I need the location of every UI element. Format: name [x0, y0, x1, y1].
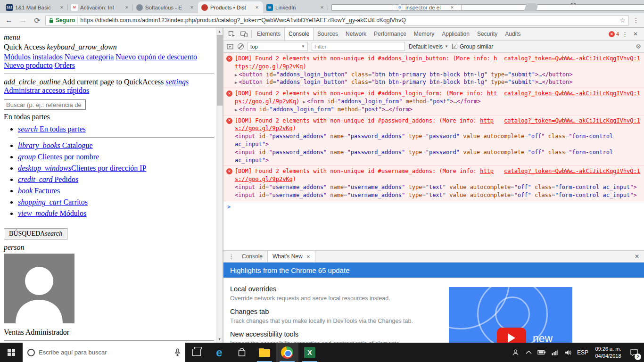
new-tab-button[interactable]	[524, 3, 539, 11]
message-source-link[interactable]: catalog?_token=QwbWw…-akCiJiLcKqgIVhvQ:1	[504, 90, 640, 98]
device-toolbar-icon[interactable]	[238, 28, 250, 40]
menu-icon[interactable]: menu	[4, 33, 20, 41]
taskbar-excel[interactable]: X	[298, 343, 321, 362]
taskbar-chrome[interactable]	[276, 343, 298, 362]
devtools-tab-elements[interactable]: Elements	[253, 28, 284, 40]
element-preview[interactable]: ▶<form id="addons_login_form" method="po…	[303, 98, 481, 105]
start-button[interactable]	[0, 343, 23, 362]
more-info-link[interactable]: https://goo.gl/9p2vKq	[235, 117, 494, 132]
more-info-link[interactable]: https://goo.gl/9p2vKq	[235, 168, 494, 182]
taskbar-store[interactable]	[231, 343, 253, 362]
devtools-tab-security[interactable]: Security	[473, 28, 501, 40]
drawer-close-icon[interactable]: ✕	[632, 253, 642, 260]
nav-link[interactable]: desktop_windowsClientes por dirección IP	[18, 164, 146, 172]
quick-link[interactable]: Módulos instalados	[4, 53, 63, 61]
message-source-link[interactable]: catalog?_token=QwbWw…-akCiJiLcKqgIVhvQ:1	[504, 167, 640, 175]
console-settings-gear-icon[interactable]: ⚙	[636, 43, 641, 50]
expand-triangle-icon[interactable]: ▶	[235, 80, 237, 85]
tab-close-icon[interactable]: ✕	[449, 5, 455, 10]
youtube-play-button[interactable]	[497, 328, 526, 343]
quick-access-label[interactable]: Quick Access	[4, 43, 45, 51]
forward-icon[interactable]: →	[17, 14, 29, 26]
devtools-tab-performance[interactable]: Performance	[370, 28, 410, 40]
omnibox[interactable]: Seguro https://disdelib.com.mx/admin123/…	[45, 15, 629, 26]
action-center-button[interactable]: 2	[626, 343, 642, 362]
browser-tab[interactable]: inLinkedIn✕	[263, 1, 328, 13]
browser-tab[interactable]: MActivación: Inf✕	[68, 1, 133, 13]
whats-new-video-thumbnail[interactable]: new	[449, 287, 572, 343]
devtools-tab-application[interactable]: Application	[438, 28, 473, 40]
console-prompt[interactable]: >	[223, 201, 644, 213]
element-preview[interactable]: ▶<form id="addons_login_form" method="po…	[235, 106, 640, 114]
expand-triangle-icon[interactable]: ▶	[235, 107, 237, 112]
console-sidebar-icon[interactable]	[226, 43, 234, 50]
browser-tab[interactable]: Ginspector de el✕	[393, 1, 458, 13]
scroll-up-icon[interactable]: ▲	[216, 28, 223, 35]
devtools-menu-icon[interactable]: ⋮	[622, 31, 628, 38]
clear-console-icon[interactable]	[238, 43, 244, 49]
more-info-link[interactable]: https://goo.gl/9p2vKq	[235, 55, 497, 70]
expand-triangle-icon[interactable]: ▶	[235, 73, 237, 77]
message-source-link[interactable]: catalog?_token=QwbWw…-akCiJiLcKqgIVhvQ:1	[504, 117, 640, 125]
browser-tab[interactable]: Products • Dist✕	[198, 1, 263, 13]
quick-link[interactable]: Nueva categoría	[65, 53, 114, 61]
back-icon[interactable]: ←	[3, 14, 15, 26]
quick-link[interactable]: Nuevo producto	[4, 61, 53, 69]
drawer-menu-icon[interactable]: ⋮	[228, 253, 234, 260]
drawer-tab-close-icon[interactable]: ✕	[306, 254, 310, 259]
bookmark-star-icon[interactable]: ☆	[619, 16, 626, 24]
taskbar-edge[interactable]: e	[208, 343, 231, 362]
devtools-tab-audits[interactable]: Audits	[501, 28, 524, 40]
settings-icon-link[interactable]: settings	[165, 78, 189, 86]
error-count-badge[interactable]: ✕4	[609, 31, 619, 37]
nav-link[interactable]: search En todas partes	[18, 125, 86, 133]
section-title[interactable]: New accessibility tools	[230, 330, 637, 338]
devtools-tab-sources[interactable]: Sources	[314, 28, 342, 40]
microphone-icon[interactable]	[174, 348, 181, 356]
secure-chip[interactable]: Seguro	[49, 17, 75, 24]
scrollbar-thumb[interactable]	[217, 35, 223, 106]
browser-menu-icon[interactable]: ⋮	[631, 16, 641, 24]
language-indicator[interactable]: ESP	[575, 349, 590, 356]
tab-close-icon[interactable]: ✕	[189, 5, 195, 10]
devtools-close-icon[interactable]: ✕	[631, 31, 640, 37]
manage-quickaccess-link[interactable]: Administrar accesos rápidos	[4, 86, 89, 94]
tab-close-icon[interactable]: ✕	[319, 5, 325, 10]
browser-tab[interactable]: Softaculous - E✕	[133, 1, 198, 13]
battery-icon[interactable]	[536, 343, 548, 362]
task-view-button[interactable]	[185, 343, 208, 362]
message-source-link[interactable]: catalog?_token=QwbWw…-akCiJiLcKqgIVhvQ:1	[504, 55, 640, 63]
quick-link[interactable]: Nuevo cupón de descuento	[116, 53, 197, 61]
chevron-down-icon[interactable]: keyboard_arrow_down	[47, 43, 117, 51]
devtools-tab-console[interactable]: Console	[284, 28, 314, 40]
nav-link[interactable]: library_books Catalogue	[18, 141, 93, 149]
element-preview[interactable]: ▶<button id="addons_login_button" class=…	[235, 71, 640, 79]
refresh-icon[interactable]: ⟳	[31, 14, 43, 26]
devtools-tab-memory[interactable]: Memory	[410, 28, 438, 40]
tray-expand-chevron-icon[interactable]	[522, 343, 535, 362]
browser-tab[interactable]: Error en back o✕	[328, 1, 393, 13]
nav-link[interactable]: credit_card Pedidos	[18, 175, 78, 183]
browser-tab[interactable]: 1&11&1 Mail Basic✕	[3, 1, 68, 13]
scroll-down-icon[interactable]: ▼	[216, 336, 223, 343]
log-levels-select[interactable]: Default levels▼	[409, 43, 448, 50]
section-title[interactable]: Local overrides	[230, 285, 637, 293]
element-preview[interactable]: <input id="password_addons" name="passwo…	[235, 148, 640, 165]
expand-triangle-icon[interactable]: ▶	[303, 99, 305, 104]
taskbar-search[interactable]: Escribe aquí para buscar	[23, 343, 185, 362]
devtools-tab-network[interactable]: Network	[342, 28, 370, 40]
people-icon[interactable]	[509, 343, 521, 362]
tab-close-icon[interactable]: ✕	[59, 5, 65, 10]
drawer-tab-whats-new[interactable]: What's New✕	[267, 251, 315, 262]
element-preview[interactable]: <input id="username_addons" name="userna…	[235, 183, 640, 191]
speaker-icon[interactable]	[562, 343, 574, 362]
section-title[interactable]: Changes tab	[230, 308, 637, 315]
taskbar-file-explorer[interactable]	[253, 343, 276, 362]
nav-link[interactable]: group Clientes por nombre	[18, 153, 99, 161]
tab-close-icon[interactable]: ✕	[124, 5, 130, 10]
taskbar-clock[interactable]: 09:26 a. m. 04/04/2018	[591, 346, 625, 360]
console-filter-input[interactable]	[312, 42, 405, 51]
page-search-input[interactable]	[4, 99, 86, 110]
browser-tab[interactable]: Nueva pestaña✕	[458, 1, 523, 13]
search-submit-button[interactable]: BÚSQUEDAsearch	[4, 228, 67, 239]
